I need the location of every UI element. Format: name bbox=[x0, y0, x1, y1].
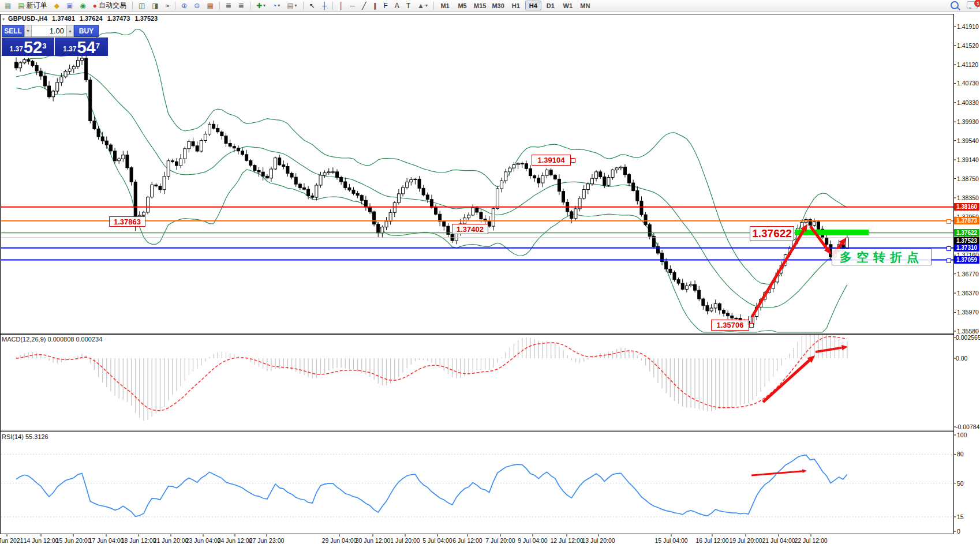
price-axis-tick: 1.35970 bbox=[957, 309, 979, 316]
buy-price[interactable]: 1.37 54 7 bbox=[55, 37, 108, 56]
quote-open: 1.37481 bbox=[52, 15, 75, 22]
quote-high: 1.37624 bbox=[80, 15, 103, 22]
turning-point-label[interactable]: 多空转折点 bbox=[832, 249, 932, 265]
volume-input[interactable] bbox=[32, 25, 66, 37]
candles bbox=[15, 54, 849, 327]
price-label-135706-handle[interactable] bbox=[749, 323, 754, 328]
price-label-137622[interactable]: 1.37622 bbox=[750, 226, 794, 241]
rsi-name: RSI(14) bbox=[2, 433, 24, 440]
sell-price[interactable]: 1.37 52 3 bbox=[2, 37, 54, 56]
rsi-axis-tick: 0 bbox=[957, 528, 960, 535]
quote-low: 1.37473 bbox=[107, 15, 130, 22]
price-axis-tick: 1.39540 bbox=[957, 137, 979, 144]
price-label-137863[interactable]: 1.37863 bbox=[109, 216, 145, 227]
price-label-139104-handle[interactable] bbox=[571, 158, 575, 163]
buy-button[interactable]: BUY bbox=[74, 25, 99, 37]
mt4-window: ▦▤新订单◆▣◉●自动交易◫◨≈⊕⊖▦≣≣✚▾◔▾▤▾↖┼│─╱∥FAT▲▾M1… bbox=[0, 0, 980, 544]
chart-canvas[interactable] bbox=[0, 0, 980, 544]
price-axis-tick: 1.36770 bbox=[957, 271, 979, 277]
macd-signal-value: 0.000234 bbox=[76, 336, 102, 343]
time-axis-label: 13 Jul 20:00 bbox=[574, 537, 623, 544]
price-axis-tick: 1.41520 bbox=[957, 42, 979, 49]
buy-price-pips: 54 bbox=[77, 40, 95, 55]
support-line-137059-badge: 1.37059 bbox=[954, 256, 979, 264]
chart-collapse-icon[interactable]: ▾ bbox=[2, 17, 5, 22]
quote-line: ▾ GBPUSD-,H4 1.37481 1.37624 1.37473 1.3… bbox=[2, 15, 160, 22]
volume-increase-button[interactable]: ▲ bbox=[66, 25, 74, 37]
volume-decrease-button[interactable]: ▼ bbox=[24, 25, 32, 37]
rsi-pane-label: RSI(14) 55.3126 bbox=[2, 433, 48, 440]
sell-price-pips: 52 bbox=[24, 40, 42, 55]
macd-axis-tick: -0.007847 bbox=[956, 423, 980, 430]
one-click-trading-panel: SELL ▼ ▲ BUY 1.37 52 3 1.37 54 7 bbox=[2, 25, 108, 56]
macd-axis-tick: 0.00 bbox=[956, 355, 967, 362]
macd-name: MACD(12,26,9) bbox=[2, 336, 46, 343]
macd-axis-tick: 0.002565 bbox=[956, 334, 980, 341]
price-label-135706[interactable]: 1.35706 bbox=[711, 320, 749, 331]
support-line-137059-handle[interactable] bbox=[947, 258, 951, 263]
rsi-axis-tick: 50 bbox=[957, 480, 964, 487]
rsi-axis-tick: 80 bbox=[957, 451, 964, 457]
buy-price-point: 7 bbox=[96, 37, 100, 55]
rsi-value: 55.3126 bbox=[25, 433, 48, 440]
buy-price-figure: 1.37 bbox=[63, 43, 76, 55]
price-axis-tick: 1.39140 bbox=[957, 156, 979, 163]
quote-symbol: GBPUSD-,H4 bbox=[8, 15, 47, 22]
macd-pane-label: MACD(12,26,9) 0.000808 0.000234 bbox=[2, 336, 102, 343]
price-axis-tick: 1.40730 bbox=[957, 80, 979, 87]
price-label-139104[interactable]: 1.39104 bbox=[532, 155, 571, 166]
resistance-line-137873-badge: 1.37873 bbox=[954, 217, 979, 224]
price-label-137402[interactable]: 1.37402 bbox=[452, 224, 488, 234]
price-axis-tick: 1.41120 bbox=[957, 61, 978, 68]
price-axis-tick: 1.41910 bbox=[957, 23, 979, 30]
price-axis-tick: 1.38350 bbox=[957, 194, 979, 201]
sell-button[interactable]: SELL bbox=[2, 25, 24, 37]
quote-close: 1.37523 bbox=[134, 15, 158, 22]
resistance-line-138160-badge: 1.38160 bbox=[954, 203, 979, 211]
rsi-axis-tick: 100 bbox=[957, 432, 967, 438]
time-axis-label: 22 Jul 12:00 bbox=[786, 537, 836, 544]
resistance-line-137873-handle[interactable] bbox=[947, 219, 951, 224]
price-axis-tick: 1.39930 bbox=[957, 118, 979, 125]
sell-price-figure: 1.37 bbox=[10, 43, 23, 55]
price-axis-tick: 1.40330 bbox=[957, 99, 979, 106]
current-price-line-badge: 1.37523 bbox=[954, 237, 979, 245]
macd-main-value: 0.000808 bbox=[47, 336, 74, 343]
rsi-axis-tick: 15 bbox=[957, 513, 964, 520]
support-line-137310-badge: 1.37310 bbox=[954, 244, 979, 252]
sell-price-point: 3 bbox=[42, 37, 46, 55]
rsi-flat-arrow[interactable] bbox=[751, 469, 807, 475]
price-axis-tick: 1.36370 bbox=[957, 290, 979, 297]
pivot-line-137622-badge: 1.37622 bbox=[954, 229, 979, 237]
price-axis-tick: 1.38750 bbox=[957, 175, 979, 182]
macd-up-arrow[interactable] bbox=[763, 355, 815, 402]
time-axis-label: 27 Jun 23:00 bbox=[242, 537, 291, 544]
support-line-137310-handle[interactable] bbox=[947, 246, 951, 251]
